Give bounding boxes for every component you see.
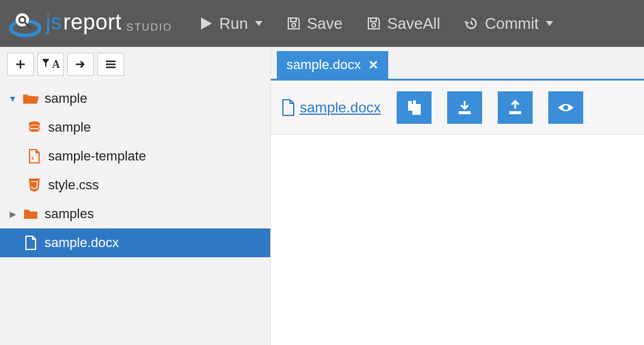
saveall-button[interactable]: SaveAll xyxy=(363,10,444,38)
tree-folder-sample[interactable]: ▼ sample xyxy=(0,84,270,113)
plus-icon xyxy=(16,60,25,69)
commit-label: Commit xyxy=(485,14,539,33)
document-toolbar: sample.docx xyxy=(271,81,644,135)
tab-label: sample.docx xyxy=(286,57,361,73)
logo-icon xyxy=(7,10,43,37)
svg-point-7 xyxy=(372,23,376,27)
tab-strip: sample.docx ✕ xyxy=(271,47,644,81)
preview-button[interactable] xyxy=(548,91,583,124)
svg-rect-6 xyxy=(371,18,376,22)
chevron-right-icon: ▶ xyxy=(8,209,17,219)
upload-icon xyxy=(507,100,523,115)
top-toolbar: jsreport STUDIO Run Save SaveAll Commit xyxy=(0,0,644,47)
save-label: Save xyxy=(307,14,342,33)
svg-point-17 xyxy=(563,105,568,110)
copy-icon xyxy=(406,99,422,116)
eye-icon xyxy=(557,102,575,114)
svg-point-5 xyxy=(292,23,296,27)
arrow-right-icon xyxy=(75,60,86,69)
svg-text:λ: λ xyxy=(31,156,34,161)
saveall-label: SaveAll xyxy=(387,14,440,33)
chevron-down-icon: ▼ xyxy=(8,94,17,103)
folder-open-icon xyxy=(23,93,39,105)
download-icon xyxy=(457,100,472,115)
logo-text-studio: STUDIO xyxy=(126,22,172,34)
document-link[interactable]: sample.docx xyxy=(282,99,381,116)
save-icon xyxy=(286,16,301,31)
database-icon xyxy=(26,121,42,134)
filter-icon: A xyxy=(42,58,60,71)
hamburger-icon xyxy=(105,60,116,69)
tree-item-sample-docx[interactable]: ▶ sample.docx xyxy=(0,228,270,257)
tree-item-label: sample.docx xyxy=(45,235,119,251)
caret-down-icon xyxy=(255,21,262,26)
tree-item-sample-template[interactable]: λ sample-template xyxy=(0,142,270,171)
svg-rect-15 xyxy=(459,111,471,114)
svg-rect-13 xyxy=(412,104,421,115)
close-icon[interactable]: ✕ xyxy=(368,58,379,72)
document-body xyxy=(271,135,644,345)
save-icon xyxy=(367,16,381,31)
history-icon xyxy=(464,16,478,31)
tree-item-label: style.css xyxy=(48,177,99,193)
tree-folder-samples[interactable]: ▶ samples xyxy=(0,200,270,228)
logo-text-report: report xyxy=(63,10,122,35)
tree-item-label: sample-template xyxy=(48,148,146,164)
sidebar: A ▼ sample xyxy=(0,47,271,345)
tree-item-label: sample xyxy=(48,120,91,135)
css-icon xyxy=(26,178,42,192)
file-icon xyxy=(282,99,295,116)
play-icon xyxy=(200,16,213,31)
content-area: sample.docx ✕ sample.docx xyxy=(271,47,644,345)
file-tree: ▼ sample sample λ sample-template xyxy=(0,84,270,257)
tree-item-label: sample xyxy=(45,91,87,106)
logo-text-js: js xyxy=(46,10,62,35)
svg-rect-16 xyxy=(509,111,521,114)
logo[interactable]: jsreport STUDIO xyxy=(5,10,172,37)
folder-icon xyxy=(23,208,39,220)
run-label: Run xyxy=(219,14,248,33)
tab-sample-docx[interactable]: sample.docx ✕ xyxy=(277,51,388,79)
document-filename[interactable]: sample.docx xyxy=(300,99,381,116)
tree-item-style-css[interactable]: style.css xyxy=(0,171,270,200)
copy-button[interactable] xyxy=(397,91,432,124)
tree-item-label: samples xyxy=(45,206,94,222)
filter-button[interactable]: A xyxy=(37,53,64,76)
pdf-icon: λ xyxy=(26,149,42,163)
tree-item-sample-data[interactable]: sample xyxy=(0,113,270,142)
commit-button[interactable]: Commit xyxy=(460,10,557,38)
goto-button[interactable] xyxy=(67,53,94,76)
save-button[interactable]: Save xyxy=(283,10,346,38)
upload-button[interactable] xyxy=(498,91,533,124)
download-button[interactable] xyxy=(447,91,482,124)
sidebar-toolbar: A xyxy=(0,53,270,84)
run-button[interactable]: Run xyxy=(196,10,266,38)
caret-down-icon xyxy=(546,21,553,26)
svg-rect-4 xyxy=(291,18,296,22)
menu-button[interactable] xyxy=(98,53,124,76)
file-icon xyxy=(23,236,39,250)
add-button[interactable] xyxy=(7,53,34,76)
